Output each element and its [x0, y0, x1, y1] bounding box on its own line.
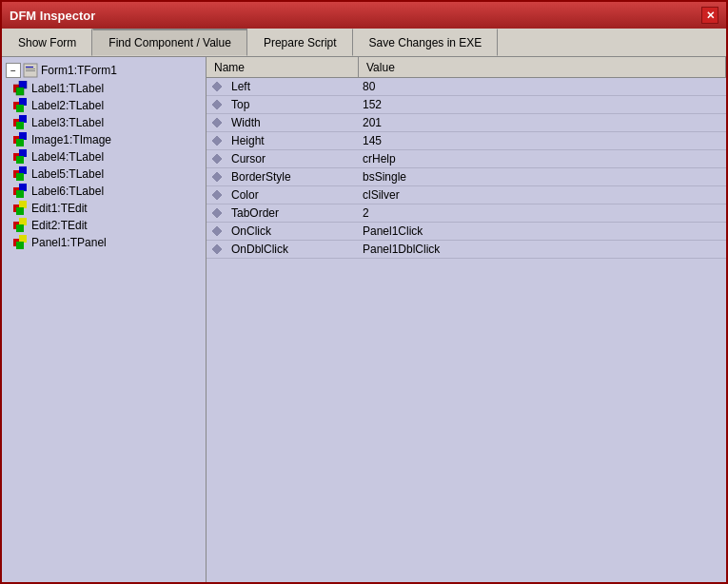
table-row[interactable]: Color clSilver	[207, 186, 726, 204]
property-value: 152	[359, 98, 726, 111]
list-item[interactable]: Edit2:TEdit	[10, 217, 206, 234]
properties-panel: Name Value Left 80	[207, 57, 726, 582]
window-title: DFM Inspector	[10, 9, 95, 23]
svg-rect-14	[19, 115, 27, 123]
svg-rect-35	[19, 235, 27, 243]
svg-marker-37	[212, 82, 222, 91]
tree-item-label: Image1:TImage	[31, 133, 111, 146]
list-item[interactable]: Label5:TLabel	[10, 165, 206, 183]
label-icon	[13, 115, 29, 130]
table-row[interactable]: BorderStyle bsSingle	[207, 168, 726, 186]
expand-icon[interactable]: −	[6, 63, 21, 78]
value-column-header: Value	[359, 57, 726, 77]
tree-root-node[interactable]: − Form1:TForm1	[2, 61, 206, 80]
tree-item-label: Edit2:TEdit	[31, 219, 88, 232]
tree-item-label: Panel1:TPanel	[31, 236, 107, 249]
panel-icon	[13, 235, 29, 250]
property-icon	[207, 243, 227, 255]
svg-rect-8	[16, 88, 24, 95]
table-row[interactable]: Cursor crHelp	[207, 150, 726, 168]
property-icon	[207, 207, 227, 219]
toolbar: Show Form Find Component / Value Prepare…	[2, 29, 726, 57]
svg-rect-3	[26, 70, 35, 71]
list-item[interactable]: Image1:TImage	[10, 131, 206, 148]
svg-rect-2	[26, 68, 35, 69]
diamond-icon	[211, 99, 223, 110]
property-name: Width	[227, 116, 359, 129]
label-icon	[13, 98, 29, 113]
svg-rect-15	[16, 122, 24, 129]
svg-rect-20	[19, 149, 27, 157]
svg-marker-45	[212, 226, 222, 236]
property-name: BorderStyle	[227, 170, 359, 184]
property-value: clSilver	[359, 188, 726, 202]
svg-marker-41	[212, 154, 222, 164]
tree-item-label: Label6:TLabel	[31, 185, 104, 198]
list-item[interactable]: Label2:TLabel	[10, 97, 206, 114]
table-row[interactable]: OnClick Panel1Click	[207, 223, 726, 241]
prepare-script-button[interactable]: Prepare Script	[247, 29, 353, 56]
svg-rect-1	[26, 67, 33, 68]
property-name: Left	[227, 80, 359, 93]
show-form-button[interactable]: Show Form	[2, 29, 92, 56]
tree-item-label: Label3:TLabel	[31, 116, 104, 129]
find-component-button[interactable]: Find Component / Value	[92, 29, 247, 56]
tree-item-label: Label1:TLabel	[31, 82, 104, 95]
svg-marker-42	[212, 172, 222, 182]
property-icon	[207, 81, 227, 92]
diamond-icon	[211, 225, 223, 237]
property-name: Cursor	[227, 152, 359, 165]
svg-marker-44	[212, 208, 222, 218]
list-item[interactable]: Label1:TLabel	[10, 80, 206, 97]
diamond-icon	[211, 171, 223, 183]
svg-rect-29	[19, 201, 27, 208]
svg-rect-36	[16, 242, 24, 249]
table-row[interactable]: OnDblClick Panel1DblClick	[207, 241, 726, 259]
property-icon	[207, 99, 227, 110]
property-icon	[207, 135, 227, 146]
svg-rect-33	[16, 224, 24, 232]
label-icon	[13, 166, 29, 182]
title-bar: DFM Inspector ✕	[2, 2, 726, 29]
list-item[interactable]: Panel1:TPanel	[10, 234, 206, 251]
list-item[interactable]: Label6:TLabel	[10, 183, 206, 200]
property-icon	[207, 171, 227, 183]
component-tree[interactable]: − Form1:TForm1	[2, 57, 207, 582]
label-icon	[13, 81, 29, 96]
table-row[interactable]: TabOrder 2	[207, 204, 726, 223]
property-value: Panel1DblClick	[359, 243, 726, 256]
property-icon	[207, 117, 227, 128]
svg-rect-30	[16, 207, 24, 215]
diamond-icon	[211, 81, 223, 92]
properties-list[interactable]: Left 80 Top 152	[207, 78, 726, 582]
table-row[interactable]: Height 145	[207, 132, 726, 150]
table-row[interactable]: Top 152	[207, 96, 726, 114]
main-window: DFM Inspector ✕ Show Form Find Component…	[0, 0, 728, 584]
property-name: Height	[227, 134, 359, 147]
property-value: bsSingle	[359, 170, 726, 184]
property-icon	[207, 189, 227, 201]
property-name: Color	[227, 188, 359, 202]
table-row[interactable]: Width 201	[207, 114, 726, 132]
diamond-icon	[211, 117, 223, 128]
property-icon	[207, 153, 227, 165]
list-item[interactable]: Label3:TLabel	[10, 114, 206, 131]
edit-icon	[13, 201, 29, 216]
property-value: crHelp	[359, 152, 726, 165]
table-row[interactable]: Left 80	[207, 78, 726, 96]
label-icon	[13, 184, 29, 199]
form-icon	[23, 63, 38, 78]
svg-rect-17	[19, 132, 27, 140]
edit-icon	[13, 218, 29, 233]
svg-marker-46	[212, 244, 222, 254]
svg-rect-18	[16, 139, 24, 146]
list-item[interactable]: Edit1:TEdit	[10, 200, 206, 217]
svg-rect-26	[19, 184, 27, 191]
save-changes-button[interactable]: Save Changes in EXE	[353, 29, 499, 56]
property-value: 2	[359, 206, 726, 220]
diamond-icon	[211, 153, 223, 165]
property-name: OnClick	[227, 224, 359, 238]
diamond-icon	[211, 243, 223, 255]
close-button[interactable]: ✕	[701, 7, 718, 24]
list-item[interactable]: Label4:TLabel	[10, 148, 206, 165]
